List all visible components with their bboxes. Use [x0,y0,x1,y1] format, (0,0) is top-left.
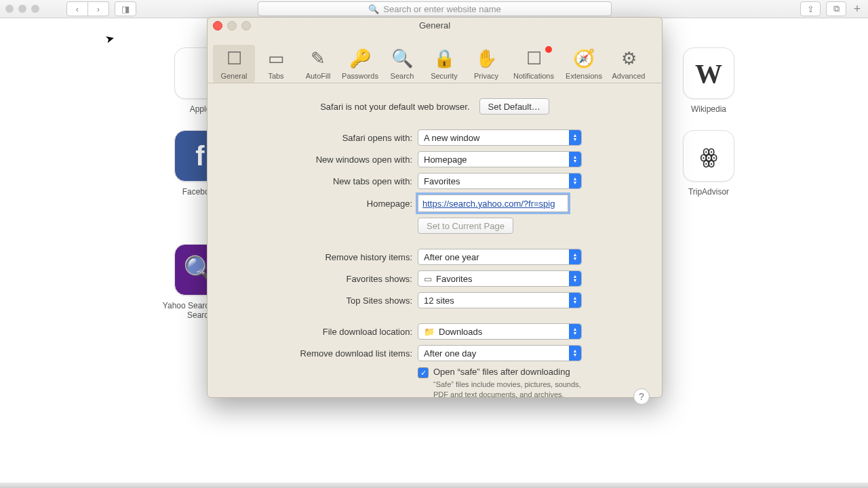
set-current-page-button: Set to Current Page [418,218,513,234]
chevron-updown-icon: ▲▼ [569,271,581,286]
set-default-button[interactable]: Set Default… [479,98,549,115]
zoom-icon[interactable] [31,5,39,13]
label-remove-downloads: Remove download list items: [221,348,418,359]
homepage-field[interactable] [418,195,568,212]
general-icon: ☐ [213,45,255,72]
label-favorites-shows: Favorites shows: [221,274,418,284]
chevron-updown-icon: ▲▼ [569,174,581,188]
lock-icon: 🔒 [423,45,465,72]
gear-icon: ⚙ [608,45,650,72]
tab-advanced[interactable]: ⚙ Advanced [608,45,650,83]
favorite-label: Wikipedia [666,104,751,114]
preferences-window: General ☐ General ▭ Tabs ✎ AutoFill 🔑 Pa… [207,17,663,398]
sidebar-button[interactable]: ◨ [115,1,136,16]
label-homepage: Homepage: [221,199,418,209]
tab-notifications[interactable]: ☐ Notifications [507,45,560,83]
dock [0,483,868,488]
address-bar[interactable]: 🔍 Search or enter website name [258,1,612,16]
bell-icon: ☐ [507,45,560,72]
label-new-tabs: New tabs open with: [221,176,418,186]
chevron-updown-icon: ▲▼ [569,152,581,167]
popup-new-tabs[interactable]: Favorites ▲▼ [418,173,582,189]
close-icon[interactable] [5,5,14,13]
help-button[interactable]: ? [633,388,650,405]
autofill-icon: ✎ [297,45,339,72]
minimize-icon [227,21,237,30]
window-title: General [419,20,450,30]
search-icon: 🔍 [368,4,379,14]
label-top-sites: Top Sites shows: [221,296,418,306]
popup-remove-history[interactable]: After one year ▲▼ [418,249,582,265]
tab-search[interactable]: 🔍 Search [381,45,423,83]
favorite-wikipedia[interactable]: W Wikipedia [666,47,751,114]
window-traffic-lights [5,5,39,13]
default-browser-message: Safari is not your default web browser. [320,102,469,112]
tabs-icon: ▭ [255,45,297,72]
open-safe-label: Open “safe” files after downloading [433,367,583,377]
key-icon: 🔑 [339,45,381,72]
open-safe-checkbox[interactable]: ✓ [418,367,429,378]
search-icon: 🔍 [381,45,423,72]
forward-button[interactable]: › [88,1,109,16]
folder-icon: 📁 [424,327,435,337]
popup-remove-downloads[interactable]: After one day ▲▼ [418,345,582,361]
close-icon[interactable] [213,21,222,30]
window-titlebar[interactable]: General [208,18,662,33]
back-button[interactable]: ‹ [66,1,88,16]
favorite-tripadvisor[interactable]: ꙮ TripAdvisor [666,130,751,197]
new-tab-button[interactable]: + [852,2,863,16]
tab-passwords[interactable]: 🔑 Passwords [339,45,381,83]
tab-security[interactable]: 🔒 Security [423,45,465,83]
popup-favorites-shows[interactable]: ▭ Favorites ▲▼ [418,270,582,287]
tab-tabs[interactable]: ▭ Tabs [255,45,297,83]
chevron-updown-icon: ▲▼ [569,324,581,339]
book-icon: ▭ [424,274,432,284]
chevron-updown-icon: ▲▼ [569,249,581,264]
favorite-label: TripAdvisor [666,187,751,197]
wikipedia-icon: W [683,47,734,99]
mouse-cursor-icon: ➤ [104,32,115,47]
tab-general[interactable]: ☐ General [213,45,255,83]
zoom-icon [241,21,251,30]
tab-extensions[interactable]: 🧭 Extensions [560,45,608,83]
chevron-updown-icon: ▲▼ [569,130,581,145]
popup-download-location[interactable]: 📁 Downloads ▲▼ [418,323,582,340]
share-button[interactable]: ⇪ [800,1,821,16]
label-opens-with: Safari opens with: [221,133,418,143]
prefs-content: Safari is not your default web browser. … [208,83,662,414]
tabs-button[interactable]: ⧉ [826,1,846,16]
open-safe-hint: “Safe” files include movies, pictures, s… [433,380,583,400]
tab-privacy[interactable]: ✋ Privacy [465,45,507,83]
minimize-icon[interactable] [18,5,26,13]
hand-icon: ✋ [465,45,507,72]
popup-new-windows[interactable]: Homepage ▲▼ [418,151,582,167]
popup-top-sites[interactable]: 12 sites ▲▼ [418,292,582,308]
chevron-updown-icon: ▲▼ [569,293,581,308]
label-new-windows: New windows open with: [221,155,418,165]
tripadvisor-icon: ꙮ [683,130,734,182]
address-placeholder: Search or enter website name [383,4,500,14]
tab-autofill[interactable]: ✎ AutoFill [297,45,339,83]
prefs-toolbar: ☐ General ▭ Tabs ✎ AutoFill 🔑 Passwords … [208,33,662,83]
chevron-updown-icon: ▲▼ [569,346,581,361]
compass-icon: 🧭 [560,45,608,72]
safari-toolbar: ‹ › ◨ 🔍 Search or enter website name ⇪ ⧉… [0,0,868,18]
popup-opens-with[interactable]: A new window ▲▼ [418,129,582,146]
label-download-location: File download location: [221,327,418,337]
label-remove-history: Remove history items: [221,252,418,262]
